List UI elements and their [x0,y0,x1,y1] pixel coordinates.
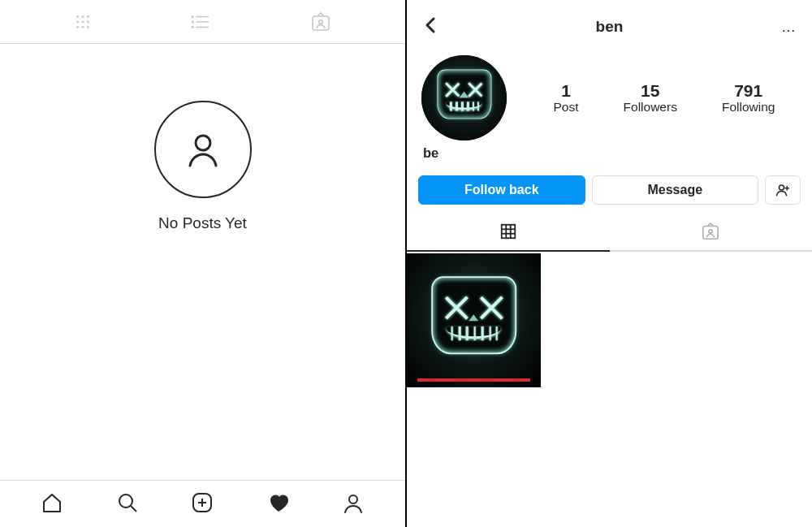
stat-followers-count: 15 [624,81,677,101]
svg-line-19 [131,506,136,512]
stat-posts[interactable]: 1 Post [554,81,579,114]
grid-dots-icon[interactable] [74,13,92,31]
svg-point-33 [709,230,712,233]
back-chevron-icon[interactable] [421,15,454,38]
search-icon[interactable] [116,491,139,517]
post-thumbnail[interactable] [407,253,541,387]
tagged-tab[interactable] [610,213,813,250]
svg-point-9 [192,15,194,17]
stat-followers-label: Followers [624,100,677,114]
suggested-people-icon [775,183,790,197]
svg-point-0 [76,15,79,18]
follow-back-button[interactable]: Follow back [418,175,585,205]
svg-point-6 [76,25,79,28]
svg-point-5 [87,20,89,23]
bottom-nav [0,480,405,527]
stat-following-count: 791 [722,81,775,101]
profile-username: ben [596,18,624,35]
svg-point-16 [319,19,323,24]
grid-tab[interactable] [407,213,610,250]
more-options-icon[interactable]: … [781,19,797,36]
right-pane-profile: ben … 1 Post [407,0,812,527]
svg-point-11 [192,21,194,23]
svg-point-13 [192,26,194,28]
profile-avatar[interactable] [421,55,507,140]
message-button[interactable]: Message [592,175,759,205]
stat-following[interactable]: 791 Following [722,81,775,114]
svg-point-17 [196,136,210,150]
svg-point-23 [349,495,357,503]
svg-point-2 [87,15,89,18]
left-pane-empty-profile: No Posts Yet [0,0,405,527]
person-icon [182,128,224,171]
profile-display-name: be [407,145,812,169]
profile-action-row: Follow back Message [407,169,812,213]
stat-following-label: Following [722,100,775,114]
svg-point-7 [82,25,84,28]
empty-profile-ring [154,101,252,198]
stat-posts-label: Post [554,100,579,114]
stat-posts-count: 1 [554,81,579,101]
posts-grid [407,252,812,387]
list-icon[interactable] [191,14,210,30]
empty-state-area: No Posts Yet [0,44,405,480]
profile-view-tabs [0,0,405,44]
svg-point-4 [82,20,84,23]
svg-point-24 [780,185,784,190]
activity-heart-icon[interactable] [266,491,289,517]
profile-header: ben … [407,5,812,49]
svg-rect-27 [502,225,516,239]
stat-followers[interactable]: 15 Followers [624,81,677,114]
suggested-people-button[interactable] [765,175,801,205]
svg-point-18 [119,495,132,508]
svg-point-3 [76,20,79,23]
new-post-icon[interactable] [191,491,214,517]
home-icon[interactable] [41,491,63,517]
profile-info-row: 1 Post 15 Followers 791 Following [407,49,812,145]
profile-content-tabs [407,213,812,250]
profile-icon[interactable] [342,491,365,517]
tagged-icon[interactable] [310,11,331,32]
profile-stats: 1 Post 15 Followers 791 Following [531,81,797,114]
no-posts-label: No Posts Yet [158,214,247,232]
svg-point-1 [82,15,84,18]
svg-point-8 [87,25,89,28]
